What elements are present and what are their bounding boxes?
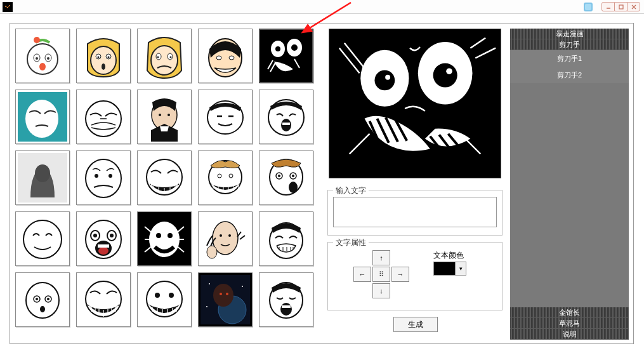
color-dropdown-icon[interactable]: ▾ xyxy=(456,262,466,275)
side-footer-item-1[interactable]: 金馆长 xyxy=(510,307,629,318)
dpad-up-button[interactable]: ↑ xyxy=(372,250,390,265)
thumb-face-23[interactable] xyxy=(137,272,192,327)
side-mid-item-1[interactable]: 剪刀手1 xyxy=(510,50,629,67)
svg-point-105 xyxy=(280,303,292,316)
thumb-face-19[interactable] xyxy=(198,211,253,266)
text-color-picker[interactable]: ▾ xyxy=(433,262,466,276)
dpad-right-button[interactable]: → xyxy=(391,267,409,282)
svg-point-13 xyxy=(36,57,38,60)
svg-point-34 xyxy=(275,46,280,51)
side-mid-item-2[interactable]: 剪刀手2 xyxy=(510,67,629,83)
thumb-face-18[interactable] xyxy=(137,211,192,266)
svg-point-65 xyxy=(292,175,294,177)
window-controls xyxy=(602,2,640,11)
thumb-face-12[interactable] xyxy=(76,150,131,205)
svg-point-103 xyxy=(206,306,207,307)
svg-point-26 xyxy=(157,57,159,58)
side-panel: 暴走漫画 剪刀手 剪刀手1 剪刀手2 金馆长 草泥马 说明 xyxy=(510,29,629,340)
svg-point-113 xyxy=(446,68,452,74)
svg-point-29 xyxy=(216,56,221,60)
thumb-face-14[interactable] xyxy=(198,150,253,205)
svg-rect-46 xyxy=(282,123,290,125)
text-input[interactable] xyxy=(333,197,497,227)
dpad-left-button[interactable]: ← xyxy=(353,267,371,282)
minimize-button[interactable] xyxy=(601,2,615,11)
svg-point-27 xyxy=(170,57,172,58)
svg-point-41 xyxy=(159,114,161,116)
svg-point-85 xyxy=(26,283,59,318)
thumb-face-13[interactable] xyxy=(137,150,192,205)
thumb-face-10[interactable] xyxy=(259,90,313,144)
text-attr-legend: 文字属性 xyxy=(333,237,369,248)
svg-point-74 xyxy=(98,247,108,255)
text-attr-group: 文字属性 ↑ ← ⠿ → ↓ 文本颜色 ▾ xyxy=(327,242,503,310)
thumb-face-24[interactable] xyxy=(198,272,253,327)
svg-point-48 xyxy=(35,164,50,182)
thumb-face-15[interactable] xyxy=(259,150,313,205)
svg-point-83 xyxy=(207,246,217,258)
svg-point-51 xyxy=(108,174,112,178)
thumb-face-11[interactable] xyxy=(15,150,70,205)
dpad-down-button[interactable]: ↓ xyxy=(372,283,390,298)
svg-point-89 xyxy=(47,298,49,300)
svg-point-93 xyxy=(155,293,160,298)
thumb-face-21[interactable] xyxy=(15,272,70,327)
main-frame: 输入文字 文字属性 ↑ ← ⠿ → ↓ 文本颜色 ▾ 生成 暴走漫画 剪刀手 xyxy=(10,23,634,344)
thumb-face-20[interactable] xyxy=(259,211,313,266)
thumb-face-6[interactable] xyxy=(15,90,70,144)
direction-pad: ↑ ← ⠿ → ↓ xyxy=(353,250,409,298)
svg-point-81 xyxy=(220,234,222,237)
svg-point-64 xyxy=(278,175,280,177)
side-panel-footer: 金馆长 草泥马 说明 xyxy=(510,307,629,340)
svg-point-30 xyxy=(229,56,234,60)
side-footer-item-3[interactable]: 说明 xyxy=(510,329,629,340)
thumb-face-7[interactable] xyxy=(76,90,131,144)
svg-rect-31 xyxy=(261,31,311,81)
close-button[interactable] xyxy=(627,2,640,11)
svg-point-15 xyxy=(39,63,46,70)
svg-point-22 xyxy=(102,63,105,70)
side-footer-item-2[interactable]: 草泥马 xyxy=(510,318,629,329)
thumb-face-1[interactable] xyxy=(15,29,70,83)
svg-rect-106 xyxy=(282,305,291,308)
svg-point-112 xyxy=(385,75,390,80)
svg-point-60 xyxy=(229,174,233,178)
title-bar xyxy=(0,0,644,14)
thumb-face-22[interactable] xyxy=(76,272,131,327)
svg-point-71 xyxy=(93,234,97,237)
color-swatch xyxy=(434,262,456,275)
svg-point-42 xyxy=(168,114,170,116)
thumb-face-3[interactable] xyxy=(137,29,192,83)
svg-point-99 xyxy=(220,293,222,295)
svg-point-111 xyxy=(433,63,457,87)
svg-point-59 xyxy=(218,174,221,178)
thumb-face-16[interactable] xyxy=(15,211,70,266)
thumb-face-4[interactable] xyxy=(198,29,253,83)
svg-point-37 xyxy=(25,100,58,138)
thumb-face-5[interactable] xyxy=(259,29,313,83)
dpad-center-button[interactable]: ⠿ xyxy=(372,267,390,282)
thumb-face-8[interactable] xyxy=(137,90,192,144)
svg-point-78 xyxy=(156,233,161,238)
side-header-item-1[interactable]: 暴走漫画 xyxy=(510,29,629,39)
side-header-item-2[interactable]: 剪刀手 xyxy=(510,39,629,50)
svg-point-102 xyxy=(242,286,243,287)
svg-point-90 xyxy=(40,306,45,312)
svg-point-100 xyxy=(226,293,228,295)
svg-point-14 xyxy=(47,57,49,60)
generate-button[interactable]: 生成 xyxy=(393,317,438,332)
svg-point-88 xyxy=(36,298,38,300)
svg-point-67 xyxy=(23,220,62,258)
thumb-face-25[interactable] xyxy=(259,272,313,327)
svg-rect-4 xyxy=(585,4,591,10)
thumb-face-17[interactable] xyxy=(76,211,131,266)
help-icon[interactable] xyxy=(583,2,593,12)
thumb-face-2[interactable] xyxy=(76,29,131,83)
svg-point-17 xyxy=(91,46,116,74)
thumb-face-9[interactable] xyxy=(198,90,253,144)
svg-rect-6 xyxy=(619,5,623,9)
maximize-button[interactable] xyxy=(614,2,628,11)
preview-area xyxy=(329,29,501,178)
side-panel-header: 暴走漫画 剪刀手 xyxy=(510,29,629,50)
svg-point-72 xyxy=(110,234,114,237)
